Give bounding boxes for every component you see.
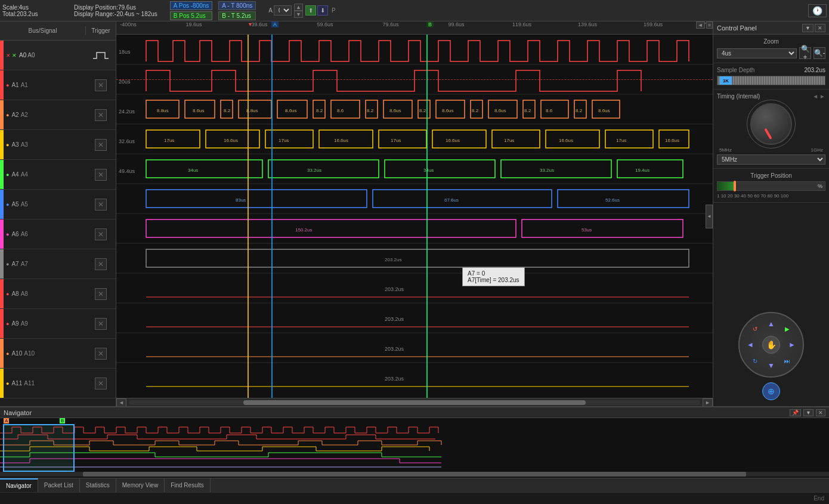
- b-pos-badge[interactable]: B Pos 5.2us: [170, 11, 213, 20]
- nav-br-btn[interactable]: ⏭: [780, 354, 794, 368]
- timing-arrow-prev[interactable]: ◄: [812, 93, 818, 100]
- nav-close-btn[interactable]: ✕: [816, 409, 825, 416]
- signal-name-a5: A5: [21, 201, 28, 208]
- timeline-btn-prev[interactable]: ◄: [696, 21, 705, 29]
- freq-select[interactable]: 5MHz10MHz100MHz1GHz: [717, 154, 825, 165]
- trigger-icon-a4[interactable]: ✕: [95, 169, 107, 181]
- trigger-a4[interactable]: ✕: [86, 169, 116, 181]
- a-pos-badge[interactable]: A Pos -800ns: [170, 1, 213, 10]
- trigger-a8[interactable]: ✕: [86, 288, 116, 300]
- sig-dot-a7: ●: [6, 261, 9, 267]
- zoom-section: Zoom 4us2us8us 🔍+ 🔍-: [713, 35, 829, 63]
- trigger-icon-a8[interactable]: ✕: [95, 288, 107, 300]
- zoom-title: Zoom: [717, 38, 825, 45]
- signal-name-a7: A7: [21, 261, 28, 267]
- nav-bottom-btn[interactable]: ⊕: [762, 382, 780, 400]
- nav-minimize-btn[interactable]: ▼: [803, 409, 813, 416]
- hscroll-left-btn[interactable]: ◄: [116, 398, 126, 407]
- svg-rect-86: [146, 249, 689, 267]
- waveform-a11: 203.2us: [146, 376, 689, 386]
- a-pos-value: -800ns: [191, 2, 209, 9]
- trigger-icon-a5[interactable]: ✕: [95, 199, 107, 211]
- nav-tl-btn[interactable]: ↺: [748, 321, 762, 336]
- trigger-icon-a9[interactable]: ✕: [95, 318, 107, 330]
- signal-row-a9: ● A9 A9 ✕: [0, 309, 116, 339]
- nav-left-btn[interactable]: ◄: [743, 338, 757, 352]
- trigger-icon-a10[interactable]: ✕: [95, 348, 107, 360]
- main-area: Bus/Signal Trigger ✕ ✕ A0 A0: [0, 21, 829, 406]
- trigger-a2[interactable]: ✕: [86, 109, 116, 121]
- nav-pin-btn[interactable]: 📌: [790, 409, 801, 416]
- cp-close-btn[interactable]: ✕: [815, 24, 825, 32]
- tab-find-results[interactable]: Find Results: [165, 478, 211, 492]
- svg-text:33.2us: 33.2us: [540, 168, 554, 173]
- zoom-out-btn[interactable]: 🔍-: [813, 47, 825, 59]
- a-t-badge[interactable]: A - T 800ns: [218, 1, 256, 10]
- tab-statistics[interactable]: Statistics: [80, 478, 116, 492]
- trigger-icon-a1[interactable]: ✕: [95, 79, 107, 91]
- input-up-btn[interactable]: ▲: [294, 4, 303, 11]
- trigger-icon-a7[interactable]: ✕: [95, 258, 107, 270]
- signal-row-a4: ● A4 A4 ✕: [0, 160, 116, 190]
- input-a-label: A: [268, 7, 273, 14]
- trigger-a9[interactable]: ✕: [86, 318, 116, 330]
- hscroll-track[interactable]: [129, 400, 700, 405]
- tab-packet-list[interactable]: Packet List: [38, 478, 80, 492]
- cp-title: Control Panel: [717, 24, 757, 32]
- trigger-icon-a6[interactable]: ✕: [95, 228, 107, 240]
- timing-arrow-next[interactable]: ►: [819, 93, 825, 100]
- nav-center-btn[interactable]: ✋: [762, 336, 780, 354]
- cp-minimize-btn[interactable]: ▼: [802, 24, 813, 32]
- trigger-icon-a2[interactable]: ✕: [95, 109, 107, 121]
- input-btn-1[interactable]: ⬆: [305, 5, 316, 16]
- nav-scrollbar[interactable]: [0, 472, 829, 477]
- nav-up-btn[interactable]: ▲: [764, 317, 778, 331]
- zoom-in-btn[interactable]: 🔍+: [799, 47, 811, 59]
- nav-down-btn[interactable]: ▼: [764, 358, 778, 373]
- trigger-a0[interactable]: [86, 50, 116, 61]
- input-down-btn[interactable]: ▼: [294, 11, 303, 18]
- sig-dot-a1: ●: [6, 82, 9, 88]
- trigger-a11[interactable]: ✕: [86, 378, 116, 389]
- input-select[interactable]: 01: [274, 5, 292, 16]
- timeline-btn-menu[interactable]: ≡: [706, 21, 713, 29]
- tl-mark-8: 159.6us: [644, 21, 663, 27]
- nav-scrollbar-thumb[interactable]: [83, 472, 746, 477]
- signal-row-a10: ● A10 A10 ✕: [0, 339, 116, 369]
- trig-bar-container[interactable]: %: [717, 181, 825, 191]
- nav-tr-btn[interactable]: ▶: [780, 321, 794, 336]
- tl-mark-6: 119.6us: [512, 21, 531, 27]
- hscroll-right-btn[interactable]: ►: [703, 398, 713, 407]
- input-btn-2[interactable]: ⬇: [317, 5, 328, 16]
- trigger-a1[interactable]: ✕: [86, 79, 116, 91]
- nav-bl-btn[interactable]: ↻: [748, 354, 762, 368]
- tab-memory-view[interactable]: Memory View: [116, 478, 165, 492]
- nav-cursor-b-marker: B: [60, 418, 65, 423]
- trigger-a6[interactable]: ✕: [86, 228, 116, 240]
- timing-knob[interactable]: [750, 103, 792, 145]
- clock-button[interactable]: 🕐: [808, 4, 827, 17]
- timeline-buttons: ◄ ≡: [696, 21, 713, 29]
- collapse-waveform-btn[interactable]: ◄: [706, 205, 713, 228]
- svg-rect-76: [558, 190, 689, 208]
- zoom-select[interactable]: 4us2us8us: [717, 48, 797, 58]
- end-label: End: [813, 495, 824, 502]
- trigger-icon-a3[interactable]: ✕: [95, 139, 107, 151]
- trigger-icon-a11[interactable]: ✕: [95, 378, 107, 389]
- hscroll-thumb[interactable]: [243, 400, 586, 405]
- cursor-b-line: [426, 35, 428, 398]
- signal-list-container: ● A1 A1 ✕ ● A2 A2 ✕ ● A3 A3 ✕ ● A4: [0, 70, 116, 398]
- tab-navigator[interactable]: Navigator: [0, 478, 38, 492]
- trigger-a7[interactable]: ✕: [86, 258, 116, 270]
- b-t-badge[interactable]: B - T 5.2us: [218, 11, 256, 20]
- knob-ring: [747, 100, 796, 149]
- trigger-position-title: Trigger Position: [717, 172, 825, 179]
- tl-mark-7: 139.6us: [578, 21, 597, 27]
- trigger-a10[interactable]: ✕: [86, 348, 116, 360]
- svg-rect-82: [522, 219, 683, 237]
- svg-text:203.2us: 203.2us: [385, 346, 404, 352]
- trigger-a5[interactable]: ✕: [86, 199, 116, 211]
- nav-right-btn[interactable]: ►: [785, 338, 799, 352]
- top-bar: Scale:4us Total:203.2us Display Position…: [0, 0, 829, 21]
- trigger-a3[interactable]: ✕: [86, 139, 116, 151]
